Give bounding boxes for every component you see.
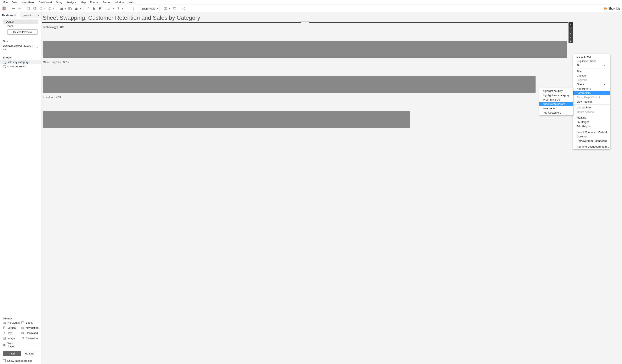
blank-icon bbox=[21, 321, 24, 324]
menu-item-go-to-sheet[interactable]: Go to Sheet bbox=[573, 55, 610, 59]
submenu-item-profit-bin-size[interactable]: Profit Bin Size bbox=[539, 97, 573, 102]
menu-dashboard[interactable]: Dashboard bbox=[37, 0, 54, 4]
submenu-item-highlight-country[interactable]: highlight country bbox=[539, 89, 573, 93]
chevron-down-icon[interactable]: ▼ bbox=[169, 7, 171, 10]
menu-item-view-toolbar[interactable]: View Toolbar bbox=[573, 99, 610, 104]
dashboard-title[interactable]: Sheet Swapping: Customer Retention and S… bbox=[41, 12, 622, 22]
remove-icon[interactable]: ✕ bbox=[568, 22, 573, 27]
svg-rect-22 bbox=[164, 7, 165, 10]
chevron-down-icon[interactable]: ▼ bbox=[113, 7, 115, 10]
menu-format[interactable]: Format bbox=[88, 0, 100, 4]
swap-icon[interactable] bbox=[85, 6, 91, 11]
bar[interactable] bbox=[43, 111, 410, 128]
separator bbox=[57, 6, 57, 11]
refresh-icon[interactable] bbox=[47, 6, 53, 11]
fit-select[interactable]: Entire View bbox=[140, 6, 160, 11]
object-horizontal[interactable]: Horizontal bbox=[2, 321, 20, 325]
menu-item-filters[interactable]: Filters bbox=[573, 82, 610, 86]
object-download[interactable]: Download bbox=[20, 331, 39, 335]
submenu-item-time-period[interactable]: time period bbox=[539, 106, 573, 111]
object-web-page[interactable]: Web Page bbox=[2, 341, 20, 349]
menu-map[interactable]: Map bbox=[78, 0, 88, 4]
svg-rect-37 bbox=[22, 337, 24, 339]
device-default[interactable]: Default bbox=[3, 19, 38, 24]
object-vertical[interactable]: Vertical bbox=[2, 326, 20, 330]
undo-icon[interactable] bbox=[11, 6, 16, 11]
menu-item-edit-height-[interactable]: Edit Height... bbox=[573, 124, 610, 129]
tab-layout[interactable]: Layout bbox=[21, 12, 41, 18]
clear-sheet-icon[interactable]: ✕ bbox=[74, 6, 79, 11]
menu-item-use-as-filter[interactable]: Use as Filter bbox=[573, 105, 610, 110]
labels-icon[interactable]: T bbox=[125, 6, 130, 11]
menu-analysis[interactable]: Analysis bbox=[64, 0, 78, 4]
save-icon[interactable] bbox=[26, 6, 31, 11]
submenu-item-sheet-swap-param[interactable]: sheet swap param bbox=[539, 102, 573, 106]
menu-worksheet[interactable]: Worksheet bbox=[19, 0, 37, 4]
menu-item-title[interactable]: Title bbox=[573, 69, 610, 73]
menu-item-rename-dashboard-item-[interactable]: Rename Dashboard Item... bbox=[573, 144, 610, 149]
chevron-down-icon[interactable]: ▼ bbox=[53, 7, 55, 10]
tab-dashboard[interactable]: Dashboard bbox=[0, 12, 21, 18]
object-navigation[interactable]: Navigation bbox=[20, 326, 39, 330]
pause-updates-icon[interactable] bbox=[38, 6, 43, 11]
sheet-item[interactable]: sales by category bbox=[0, 60, 41, 64]
sheets-label: Sheets bbox=[0, 55, 41, 59]
sort-desc-icon[interactable] bbox=[98, 6, 103, 11]
menu-item-caption[interactable]: Caption bbox=[573, 73, 610, 78]
filter-icon[interactable] bbox=[568, 31, 573, 35]
share-icon[interactable] bbox=[181, 6, 186, 11]
bar[interactable] bbox=[43, 41, 567, 58]
menu-item-deselect[interactable]: Deselect bbox=[573, 134, 610, 139]
submenu-item-top-customers[interactable]: Top Customers bbox=[539, 111, 573, 115]
menu-data[interactable]: Data bbox=[10, 0, 19, 4]
object-extension[interactable]: Extension bbox=[20, 336, 39, 340]
new-worksheet-icon[interactable]: + bbox=[59, 6, 64, 11]
menu-window[interactable]: Window bbox=[113, 0, 126, 4]
highlight-icon[interactable] bbox=[107, 6, 112, 11]
sheet-item[interactable]: customer reten... bbox=[0, 64, 41, 69]
menu-item-highlighters[interactable]: Highlighters bbox=[573, 86, 610, 91]
size-select[interactable]: Desktop Browser (1000 x 8... bbox=[3, 43, 38, 51]
pin-icon[interactable] bbox=[131, 6, 136, 11]
object-blank[interactable]: Blank bbox=[20, 321, 39, 325]
floating-button[interactable]: Floating bbox=[21, 351, 38, 356]
menu-item-floating[interactable]: Floating bbox=[573, 115, 610, 120]
submenu-item-highlight-sub-category[interactable]: highlight sub-category bbox=[539, 93, 573, 97]
menu-story[interactable]: Story bbox=[54, 0, 64, 4]
objects-label: Objects bbox=[0, 316, 41, 321]
menu-item-fit[interactable]: Fit bbox=[573, 63, 610, 68]
device-phone[interactable]: Phone bbox=[0, 24, 41, 28]
menu-item-remove-from-dashboard[interactable]: Remove from Dashboard bbox=[573, 139, 610, 143]
menu-item-duplicate-sheet[interactable]: Duplicate Sheet bbox=[573, 59, 610, 63]
bar[interactable] bbox=[43, 76, 536, 93]
more-options-icon[interactable]: ▼ bbox=[568, 39, 573, 43]
duplicate-sheet-icon[interactable] bbox=[68, 6, 73, 11]
object-text[interactable]: AText bbox=[2, 331, 20, 335]
chevron-down-icon[interactable]: ▼ bbox=[121, 7, 124, 10]
menu-item-select-container-vertical[interactable]: Select Container: Vertical bbox=[573, 130, 610, 134]
device-preview-button[interactable]: Device Preview bbox=[7, 29, 38, 35]
redo-icon[interactable] bbox=[17, 6, 22, 11]
dashboard-frame[interactable]: Technology | 38%Office Supplies | 36%Fur… bbox=[42, 22, 568, 363]
presentation-icon[interactable] bbox=[172, 6, 177, 11]
sort-asc-icon[interactable] bbox=[92, 6, 97, 11]
menu-file[interactable]: File bbox=[1, 0, 10, 4]
resize-handle[interactable] bbox=[300, 21, 310, 23]
attachment-icon[interactable] bbox=[116, 6, 121, 11]
chevron-down-icon[interactable]: ▼ bbox=[80, 7, 82, 10]
menu-server[interactable]: Server bbox=[100, 0, 113, 4]
show-dashboard-title-checkbox[interactable]: Show dashboard title bbox=[0, 358, 41, 364]
pin-icon[interactable] bbox=[568, 35, 573, 39]
show-me-button[interactable]: Show Me bbox=[604, 7, 620, 10]
tableau-logo[interactable] bbox=[2, 6, 7, 11]
chevron-down-icon[interactable]: ▼ bbox=[44, 7, 46, 10]
menu-item-parameters[interactable]: Parameters bbox=[573, 91, 610, 95]
chevron-down-icon[interactable]: ▼ bbox=[64, 7, 67, 10]
goto-sheet-icon[interactable] bbox=[568, 27, 573, 31]
object-image[interactable]: Image bbox=[2, 336, 20, 340]
new-datasource-icon[interactable]: + bbox=[32, 6, 37, 11]
tiled-button[interactable]: Tiled bbox=[3, 351, 21, 356]
menu-item-fix-height[interactable]: Fix Height bbox=[573, 120, 610, 124]
show-cards-icon[interactable] bbox=[163, 6, 168, 11]
menu-help[interactable]: Help bbox=[126, 0, 136, 4]
